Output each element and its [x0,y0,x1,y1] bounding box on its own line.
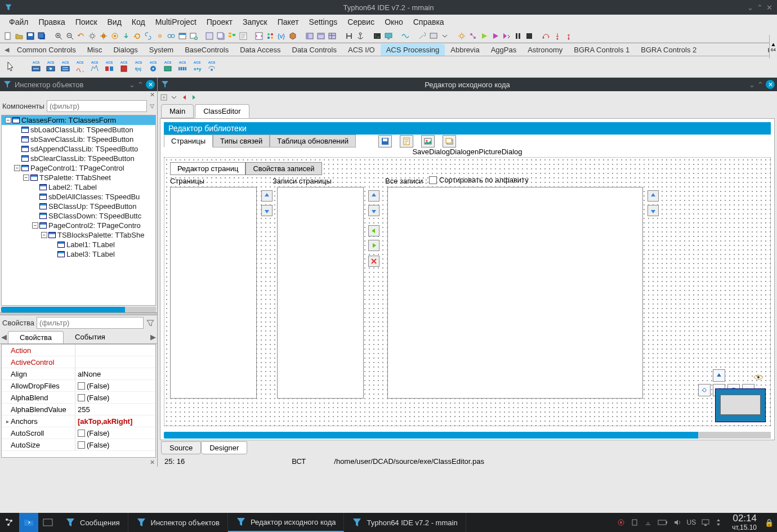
mini-close-icon[interactable]: ✕ [150,91,155,98]
menu-window[interactable]: Окно [380,16,408,28]
tray-rec-icon[interactable] [617,518,625,526]
tree-item[interactable]: SBClassDown: TSpeedButtc [2,211,155,221]
mini-close2-icon[interactable]: ✕ [150,459,155,466]
palette-tab[interactable]: ACS I/O [342,44,381,56]
horizontal-scrollbar[interactable] [164,432,771,439]
desktop-icon[interactable] [38,513,57,532]
gear4-icon[interactable] [457,32,466,41]
horizontal-scrollbar[interactable] [1,307,156,312]
panel2-icon[interactable] [316,32,325,41]
menu-package[interactable]: Пакет [273,16,303,28]
file-tab[interactable]: ClassEditor [195,104,249,118]
back-icon[interactable] [180,93,188,101]
palette-tab[interactable]: AggPas [485,44,523,56]
stepout-icon[interactable] [564,32,573,41]
tree-item[interactable]: −TSBlocksPalette: TTabShe [2,230,155,240]
move-down3-button[interactable] [648,205,659,216]
palette-tab[interactable]: BGRA Controls 1 [568,44,635,56]
inner-tab[interactable]: Типы связей [213,135,270,147]
checkbox[interactable] [78,430,85,437]
acs-component-icon[interactable]: ACS [73,60,87,74]
move-right-button[interactable] [368,240,379,251]
tree-item[interactable]: sbClearClassLib: TSpeedButton [2,154,155,163]
file-tab[interactable]: Main [161,104,194,118]
box-icon[interactable] [288,32,297,41]
add-app-icon[interactable] [189,32,198,41]
tray-display-icon[interactable] [702,518,709,526]
acs-component-icon[interactable]: ACSx+y [190,60,204,74]
scroll-left-icon[interactable]: ◀ [0,333,8,341]
inner-tab[interactable]: Страницы [164,135,213,147]
scroll-left-icon[interactable]: ◀ [2,46,11,53]
acs-component-icon[interactable]: ACS [117,60,131,74]
chevron-down-icon[interactable]: ⌄ [129,81,135,89]
filter-icon[interactable] [149,102,155,111]
tree-icon[interactable] [227,32,236,41]
pages-listbox[interactable] [170,187,257,399]
filter-icon[interactable] [146,319,155,328]
menu-run[interactable]: Запуск [238,16,272,28]
align-icon[interactable] [345,32,354,41]
menu-view[interactable]: Вид [103,16,126,28]
property-row[interactable]: Action [2,345,155,356]
minimize-icon[interactable]: ⌄ [747,3,753,12]
start-menu-icon[interactable] [0,513,19,532]
components-filter-input[interactable] [47,100,147,112]
tray-net-icon[interactable] [644,518,652,526]
tray-battery-icon[interactable] [658,519,668,526]
playdd-icon[interactable] [502,32,511,41]
taskbar-item[interactable]: Редактор исходного кода [228,513,345,532]
acs-component-icon[interactable]: ACS [44,60,57,74]
palette-tab[interactable]: Data Controls [287,44,342,56]
lock-icon[interactable]: 🔒 [761,518,777,527]
move-down2-button[interactable] [368,205,379,216]
tree-item[interactable]: sdAppendClassLib: TSpeedButto [2,144,155,154]
menu-project[interactable]: Проект [202,16,237,28]
eye-icon[interactable] [753,374,766,386]
palette-tab[interactable]: Abbrevia [445,44,485,56]
pause-icon[interactable] [513,32,523,41]
acs-component-icon[interactable]: ACS [29,60,43,74]
palette-tab[interactable]: Dialogs [108,44,143,56]
move-up3-button[interactable] [648,190,659,202]
acs-component-icon[interactable]: ACS [59,60,72,74]
tree-item[interactable]: Label3: TLabel [2,249,155,259]
property-row[interactable]: AutoScroll(False) [2,427,155,439]
chevron-up-icon[interactable]: ⌃ [757,81,763,89]
form-icon[interactable] [205,32,214,41]
tree-toggle-icon[interactable]: − [32,222,38,229]
link-icon[interactable] [144,32,153,41]
properties-filter-input[interactable] [37,317,144,329]
save-icon[interactable] [26,32,35,41]
acs-component-icon[interactable]: ACS [88,60,101,74]
taskbar-item[interactable]: Сообщения [57,513,128,532]
taskbar-clock[interactable]: 02:14 чт,15.10 [727,513,761,531]
acs-component-icon[interactable]: ACSf(x) [132,60,145,74]
move-up-button[interactable] [261,190,273,202]
taskbar-item[interactable]: Инспектор объектов [128,513,228,532]
menu-settings[interactable]: Settings [305,16,342,28]
display-icon[interactable] [429,32,438,41]
expand-icon[interactable]: ▸ [4,418,11,424]
page-records-listbox[interactable] [277,187,364,399]
tools-icon[interactable] [418,32,427,41]
refresh-icon[interactable] [133,32,142,41]
palette-tab[interactable]: Misc [82,44,108,56]
stepinto-icon[interactable] [553,32,562,41]
move-up2-button[interactable] [368,190,379,202]
acs-component-icon[interactable]: ACS [102,60,116,74]
menu-file[interactable]: Файл [5,16,33,28]
source-tab[interactable]: Source [161,441,201,454]
property-row[interactable]: ▸Anchors[akTop,akRight] [2,415,155,427]
undo-icon[interactable] [77,32,86,41]
acs-component-icon[interactable]: ACS [146,60,160,74]
checkbox[interactable] [78,382,85,390]
form-designer[interactable]: Редактор библиотеки Страницы Типы связей… [160,118,775,440]
expand-icon[interactable] [160,93,168,101]
form-preview[interactable] [715,388,766,422]
panel-close-icon[interactable]: ✕ [766,80,775,89]
menu-service[interactable]: Сервис [343,16,379,28]
stop-icon[interactable] [525,32,534,41]
tree-item[interactable]: SBClassUp: TSpeedButton [2,202,155,211]
dropdown-icon[interactable] [170,93,178,101]
